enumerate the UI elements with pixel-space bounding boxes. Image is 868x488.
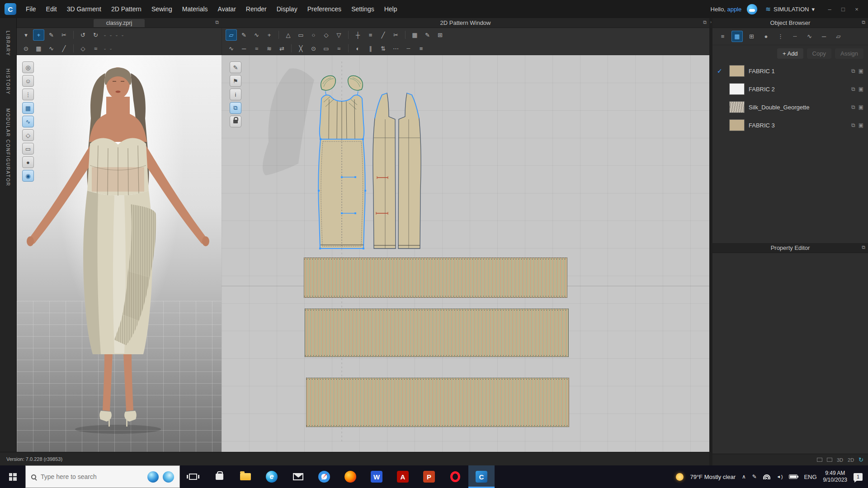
simulate-menu-icon[interactable] [20, 29, 32, 41]
show-arrangement-icon[interactable] [22, 89, 34, 100]
pen-tray-icon[interactable]: ✎ [752, 474, 757, 480]
show-avatar-icon[interactable] [22, 75, 34, 87]
property-editor-header[interactable]: Property Editor ⧉ [712, 243, 868, 253]
close-button[interactable]: × [850, 6, 863, 13]
flatten-tool-icon[interactable] [321, 43, 332, 54]
popout-property-editor-icon[interactable]: ⧉ [862, 244, 865, 250]
seam-allowance-tool-icon[interactable] [365, 29, 376, 41]
add-point-tool-icon[interactable] [264, 29, 275, 41]
move-tool-icon[interactable] [33, 29, 44, 41]
edge-button[interactable]: e [259, 465, 285, 488]
search-highlight-icon[interactable] [147, 471, 159, 483]
stitch-tab-icon[interactable] [804, 31, 815, 42]
undo-icon[interactable] [77, 29, 89, 41]
shirring-tool-icon[interactable] [415, 43, 427, 54]
sewing-3d-tool-icon[interactable] [46, 43, 57, 54]
clone-fabric-icon[interactable] [851, 68, 855, 74]
detach-sewing-tool-icon[interactable] [295, 43, 307, 54]
add-fabric-button[interactable]: + Add [777, 48, 803, 59]
menu-render[interactable]: Render [241, 3, 272, 15]
pleat-strip-pattern-3[interactable] [306, 378, 569, 427]
mn-segment-tool-icon[interactable] [264, 43, 275, 54]
tray-expand-icon[interactable]: ∧ [742, 474, 746, 480]
start-button[interactable] [0, 465, 25, 488]
mode-2d-button[interactable]: 2D [848, 457, 854, 463]
button-tab-icon[interactable] [760, 31, 772, 42]
word-button[interactable]: W [363, 465, 390, 488]
show-internal-icon[interactable] [22, 129, 34, 141]
language-indicator[interactable]: ENG [804, 474, 816, 480]
layer-2d-icon[interactable] [230, 102, 241, 114]
grading-tool-icon[interactable] [409, 29, 420, 41]
maximize-button[interactable]: □ [836, 6, 850, 13]
pleat-strip-pattern-2[interactable] [305, 309, 569, 357]
viewport-3d-canvas[interactable] [17, 55, 222, 452]
fabric-tab-icon[interactable] [731, 31, 743, 42]
weather-icon[interactable] [676, 473, 684, 481]
menu-materials[interactable]: Materials [177, 3, 213, 15]
avatar-3d[interactable] [17, 55, 222, 452]
store-app-button[interactable] [206, 465, 232, 488]
notch-tool-icon[interactable] [352, 29, 363, 41]
clo-logo-icon[interactable]: C [5, 3, 16, 15]
clone-fabric-icon[interactable] [851, 86, 855, 92]
topstitch-tab-icon[interactable] [789, 31, 801, 42]
fabric-row[interactable]: FABRIC 2 [712, 80, 868, 98]
reset-zoom-icon[interactable] [22, 61, 34, 73]
show-globe-icon[interactable] [22, 170, 34, 182]
edit-pattern-tool-icon[interactable] [238, 29, 250, 41]
cloud-account-icon[interactable] [747, 4, 757, 14]
object-browser-header[interactable]: › Object Browser ⧉ [712, 18, 868, 28]
menu-2d-pattern[interactable]: 2D Pattern [106, 3, 146, 15]
menu-sewing[interactable]: Sewing [146, 3, 177, 15]
wifi-icon[interactable] [763, 474, 770, 479]
fabric-swatch[interactable] [729, 83, 745, 95]
assign-fabric-button[interactable]: Assign [835, 48, 863, 59]
fuse-tool-icon[interactable] [352, 43, 363, 54]
polygon-tool-icon[interactable] [283, 29, 294, 41]
minimize-button[interactable]: – [823, 6, 836, 13]
notification-icon[interactable]: 1 [854, 473, 863, 481]
clock[interactable]: 9:49 AM 9/10/2023 [823, 470, 847, 483]
popout-object-browser-icon[interactable]: ⧉ [862, 19, 865, 25]
arrangement-tool-icon[interactable] [33, 43, 44, 54]
fabric-swatch[interactable] [729, 65, 745, 77]
internal-polygon-tool-icon[interactable] [333, 29, 344, 41]
mode-3d-button[interactable]: 3D [837, 457, 843, 463]
edit-curve-tool-icon[interactable] [251, 29, 262, 41]
opera-button[interactable] [442, 465, 468, 488]
pleat-tool-icon[interactable] [365, 43, 376, 54]
redo-icon[interactable] [90, 29, 101, 41]
info-2d-icon[interactable] [230, 89, 241, 100]
fabric-swatch[interactable] [729, 119, 745, 131]
back-pattern-piece[interactable] [373, 93, 421, 249]
rail-tab-modular-configurator[interactable]: MODULAR CONFIGURATOR [5, 108, 10, 187]
rail-tab-library[interactable]: LIBRARY [5, 31, 10, 56]
popout-3d-icon[interactable]: ⧉ [215, 19, 219, 25]
mn-free-tool-icon[interactable] [276, 43, 288, 54]
menu-help[interactable]: Help [379, 3, 402, 15]
steam-tool-icon[interactable] [333, 43, 344, 54]
clone-fabric-icon[interactable] [851, 104, 855, 110]
brush-tool-icon[interactable] [46, 29, 57, 41]
pleat-strip-pattern-1[interactable] [304, 258, 567, 298]
scissors-tool-icon[interactable] [58, 29, 70, 41]
segment-sewing-tool-icon[interactable] [238, 43, 250, 54]
flip-tool-icon[interactable] [377, 43, 389, 54]
search-input[interactable] [41, 473, 113, 480]
show-annotation-2d-icon[interactable] [230, 75, 241, 87]
annotation-tool-icon[interactable] [422, 29, 433, 41]
pin-3d-tool-icon[interactable] [20, 43, 32, 54]
fabric-detail-icon[interactable] [859, 122, 863, 128]
rectangle-tool-icon[interactable] [295, 29, 307, 41]
zipper-tab-icon[interactable] [775, 31, 786, 42]
fabric-row[interactable]: Silk_Double_Georgette [712, 98, 868, 116]
fabric-row[interactable]: FABRIC 3 [712, 116, 868, 134]
front-pattern-piece[interactable] [318, 76, 366, 249]
circle-tool-icon[interactable] [308, 29, 319, 41]
firefox-button[interactable] [337, 465, 363, 488]
fabric-detail-icon[interactable] [859, 68, 863, 74]
tool-group-chevron-icon[interactable] [103, 33, 107, 37]
topstitch-tool-icon[interactable] [403, 43, 414, 54]
lock-2d-icon[interactable] [230, 116, 241, 127]
